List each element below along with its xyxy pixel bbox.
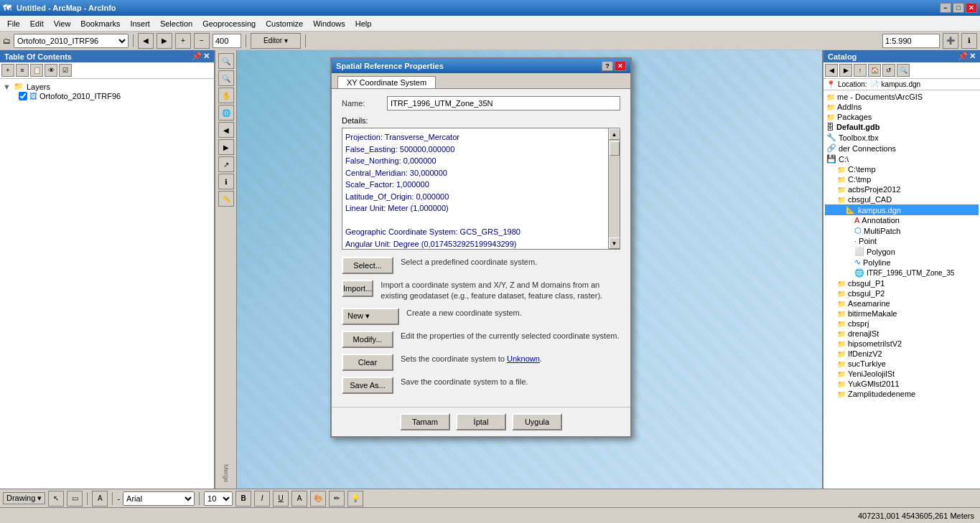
tool-zoom-in[interactable]: 🔍 [218, 53, 234, 69]
toc-visibility-view[interactable]: 👁 [45, 64, 57, 77]
toc-layers-view[interactable]: ≡ [16, 64, 29, 77]
catalog-item-1[interactable]: 📁 AddIns [825, 102, 979, 112]
catalog-item-5[interactable]: 🔗 der Connections [825, 143, 979, 154]
toolbar-btn-1[interactable]: ◀ [138, 33, 154, 49]
font-select[interactable]: Arial [123, 491, 195, 506]
tool-identify[interactable]: ℹ [218, 174, 234, 189]
catalog-item-bit[interactable]: 📁 bitirmeMakale [825, 308, 979, 319]
shadow-btn[interactable]: 💡 [347, 491, 363, 506]
menu-view[interactable]: View [50, 18, 75, 29]
catalog-item-p1[interactable]: 📁 cbsgul_P1 [825, 278, 979, 288]
catalog-up[interactable]: ↑ [854, 64, 867, 77]
scale-input[interactable] [213, 34, 241, 48]
menu-bookmarks[interactable]: Bookmarks [76, 18, 124, 29]
scroll-down-btn[interactable]: ▼ [609, 237, 620, 249]
line-color-btn[interactable]: ✏ [329, 491, 345, 506]
draw-tool1[interactable]: ▭ [67, 491, 83, 506]
toc-layers-group[interactable]: ▼ 📁 Layers [3, 82, 211, 91]
catalog-item-7[interactable]: 📁 C:\temp [825, 164, 979, 174]
catalog-item-4[interactable]: 🔧 Toolbox.tbx [825, 132, 979, 143]
catalog-pin-icon[interactable]: 📌 [958, 52, 968, 61]
toc-pin-icon[interactable]: 📌 [192, 52, 202, 61]
menu-file[interactable]: File [3, 18, 24, 29]
font-size-select[interactable]: 10 [204, 491, 233, 506]
unknown-link[interactable]: Unknown [507, 354, 540, 363]
catalog-item-suc[interactable]: 📁 sucTurkiye [825, 359, 979, 369]
catalog-item-cbs[interactable]: 📁 cbsprj [825, 319, 979, 329]
clear-button[interactable]: Clear [342, 354, 393, 371]
toc-layer-item[interactable]: 🖼 Ortofoto_2010_ITRF96 [17, 91, 211, 101]
italic-btn[interactable]: I [254, 491, 270, 506]
catalog-item-yuk[interactable]: 📁 YukGMlst2011 [825, 379, 979, 389]
catalog-item-multipatch[interactable]: ⬡ MultiPatch [825, 225, 979, 236]
new-button[interactable]: New ▾ [342, 308, 399, 325]
menu-insert[interactable]: Insert [126, 18, 154, 29]
toc-selection-view[interactable]: ☑ [59, 64, 72, 77]
font-color-btn[interactable]: A [291, 491, 307, 506]
catalog-item-polyline[interactable]: ∿ Polyline [825, 257, 979, 268]
catalog-item-10[interactable]: 📁 cbsgul_CAD [825, 194, 979, 204]
catalog-item-hip[interactable]: 📁 hipsometrilstV2 [825, 339, 979, 349]
catalog-item-3[interactable]: 🗄 Default.gdb [825, 122, 979, 132]
menu-edit[interactable]: Edit [26, 18, 48, 29]
text-tool[interactable]: A [92, 491, 108, 506]
dialog-close-btn[interactable]: ✕ [615, 61, 626, 71]
maximize-button[interactable]: □ [953, 3, 964, 13]
tool-zoom-out[interactable]: 🔍 [218, 70, 234, 86]
saveas-button[interactable]: Save As... [342, 377, 393, 394]
catalog-home[interactable]: 🏠 [868, 64, 881, 77]
catalog-item-ase[interactable]: 📁 Aseamarine [825, 298, 979, 308]
minimize-button[interactable]: − [940, 3, 951, 13]
tool-full-extent[interactable]: 🌐 [218, 105, 234, 121]
catalog-item-annotation[interactable]: A Annotation [825, 215, 979, 225]
catalog-item-9[interactable]: 📁 acbsProje2012 [825, 184, 979, 194]
close-button[interactable]: ✕ [966, 3, 977, 13]
bold-btn[interactable]: B [235, 491, 251, 506]
catalog-close-icon[interactable]: ✕ [969, 52, 976, 61]
catalog-item-kampus[interactable]: 📐 kampus.dgn [825, 204, 979, 215]
catalog-item-polygon[interactable]: ⬜ Polygon [825, 246, 979, 257]
toolbar-identify[interactable]: ℹ [961, 33, 977, 49]
iptal-button[interactable]: İptal [456, 413, 506, 430]
catalog-item-zam[interactable]: 📁 Zamplitudedeneme [825, 389, 979, 399]
dialog-help-btn[interactable]: ? [602, 61, 613, 71]
catalog-item-6[interactable]: 💾 C:\ [825, 154, 979, 164]
catalog-item-yeni[interactable]: 📁 YeniJeolojilSt [825, 369, 979, 379]
details-scrollbar[interactable]: ▲ ▼ [608, 128, 620, 249]
import-button[interactable]: Import... [342, 280, 373, 297]
catalog-item-0[interactable]: 📁 me - Documents\ArcGIS [825, 92, 979, 102]
tool-forward[interactable]: ▶ [218, 139, 234, 155]
toc-close-icon[interactable]: ✕ [203, 52, 210, 61]
toc-source-view[interactable]: 📋 [30, 64, 43, 77]
toolbar-zoom-out[interactable]: − [194, 33, 210, 49]
catalog-item-ifd[interactable]: 📁 IfDenizV2 [825, 349, 979, 359]
catalog-back[interactable]: ◀ [825, 64, 838, 77]
catalog-item-p2[interactable]: 📁 cbsgul_P2 [825, 288, 979, 298]
catalog-forward[interactable]: ▶ [839, 64, 852, 77]
menu-help[interactable]: Help [351, 18, 376, 29]
scroll-thumb[interactable] [610, 141, 620, 156]
toolbar-btn-2[interactable]: ▶ [157, 33, 172, 49]
catalog-search[interactable]: 🔍 [897, 64, 910, 77]
toolbar-zoom-in[interactable]: + [175, 33, 191, 49]
name-input[interactable] [387, 96, 620, 110]
draw-select[interactable]: ↖ [48, 491, 64, 506]
menu-windows[interactable]: Windows [309, 18, 350, 29]
catalog-item-point[interactable]: · Point [825, 236, 979, 246]
catalog-item-dre[interactable]: 📁 drenajlSt [825, 329, 979, 339]
catalog-item-2[interactable]: 📁 Packages [825, 112, 979, 122]
fill-color-btn[interactable]: 🎨 [310, 491, 326, 506]
catalog-item-itrf[interactable]: 🌐 ITRF_1996_UTM_Zone_35 [825, 268, 979, 278]
tool-measure[interactable]: 📏 [218, 191, 234, 207]
modify-button[interactable]: Modify... [342, 331, 393, 348]
scroll-up-btn[interactable]: ▲ [609, 128, 620, 140]
toolbar-goto-xy[interactable]: ➕ [943, 33, 958, 49]
tamam-button[interactable]: Tamam [400, 413, 450, 430]
tool-back[interactable]: ◀ [218, 122, 234, 138]
tab-xy-coordinate[interactable]: XY Coordinate System [337, 76, 436, 88]
menu-selection[interactable]: Selection [156, 18, 197, 29]
catalog-refresh[interactable]: ↺ [882, 64, 895, 77]
select-button[interactable]: Select... [342, 257, 393, 274]
tool-select[interactable]: ↗ [218, 156, 234, 172]
editor-btn[interactable]: Editor ▾ [251, 33, 301, 49]
